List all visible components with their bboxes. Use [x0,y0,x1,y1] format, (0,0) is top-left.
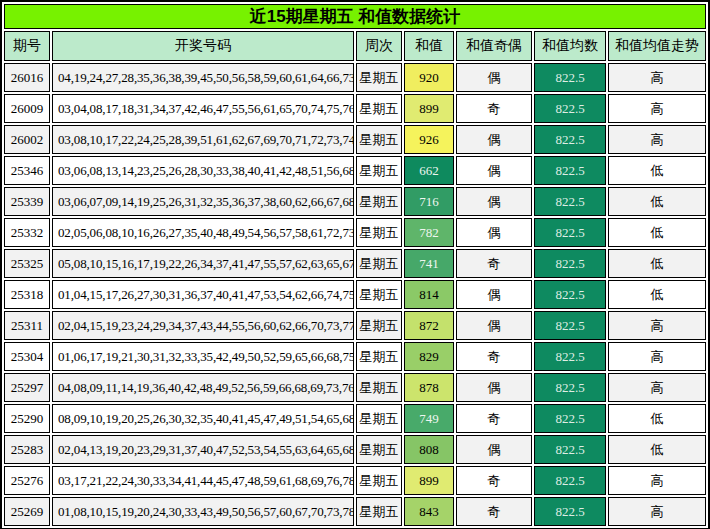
sum-cell: 843 [404,497,454,526]
trend-cell: 低 [608,187,706,216]
trend-cell: 低 [608,249,706,278]
period-cell: 25318 [4,280,50,309]
trend-cell: 低 [608,280,706,309]
mean-cell: 822.5 [534,125,606,154]
week-cell: 星期五 [356,94,402,123]
parity-cell: 偶 [456,435,532,464]
week-cell: 星期五 [356,342,402,371]
parity-cell: 偶 [456,63,532,92]
table-row: 2528302,04,13,19,20,23,29,31,37,40,47,52… [4,435,706,464]
numbers-cell: 04,08,09,11,14,19,36,40,42,48,49,52,56,5… [52,373,354,402]
period-cell: 25276 [4,466,50,495]
trend-cell: 高 [608,125,706,154]
parity-cell: 奇 [456,497,532,526]
period-cell: 26009 [4,94,50,123]
sum-cell: 749 [404,404,454,433]
week-cell: 星期五 [356,249,402,278]
week-cell: 星期五 [356,156,402,185]
trend-cell: 高 [608,373,706,402]
table-row: 2531102,04,15,19,23,24,29,34,37,43,44,55… [4,311,706,340]
table-row: 2533202,05,06,08,10,16,26,27,35,40,48,49… [4,218,706,247]
col-header-week: 周次 [356,31,402,61]
sum-cell: 829 [404,342,454,371]
table-row: 2531801,04,15,17,26,27,30,31,36,37,40,41… [4,280,706,309]
period-cell: 25332 [4,218,50,247]
week-cell: 星期五 [356,125,402,154]
numbers-cell: 02,04,15,19,23,24,29,34,37,43,44,55,56,6… [52,311,354,340]
sum-cell: 662 [404,156,454,185]
period-cell: 25304 [4,342,50,371]
parity-cell: 奇 [456,404,532,433]
parity-cell: 偶 [456,373,532,402]
parity-cell: 奇 [456,466,532,495]
trend-cell: 高 [608,63,706,92]
week-cell: 星期五 [356,280,402,309]
mean-cell: 822.5 [534,156,606,185]
sum-cell: 782 [404,218,454,247]
col-header-mean: 和值均数 [534,31,606,61]
period-cell: 25269 [4,497,50,526]
parity-cell: 偶 [456,218,532,247]
week-cell: 星期五 [356,311,402,340]
table-row: 2532505,08,10,15,16,17,19,22,26,34,37,41… [4,249,706,278]
table-row: 2529704,08,09,11,14,19,36,40,42,48,49,52… [4,373,706,402]
numbers-cell: 03,08,10,17,22,24,25,28,39,51,61,62,67,6… [52,125,354,154]
numbers-cell: 01,04,15,17,26,27,30,31,36,37,40,41,47,5… [52,280,354,309]
sum-cell: 716 [404,187,454,216]
trend-cell: 低 [608,404,706,433]
table-row: 2529008,09,10,19,20,25,26,30,32,35,40,41… [4,404,706,433]
trend-cell: 高 [608,342,706,371]
period-cell: 25290 [4,404,50,433]
week-cell: 星期五 [356,63,402,92]
mean-cell: 822.5 [534,497,606,526]
sum-cell: 872 [404,311,454,340]
stats-table: 近15期星期五 和值数据统计 期号 开奖号码 周次 和值 和值奇偶 和值均数 和… [0,0,710,529]
sum-cell: 814 [404,280,454,309]
mean-cell: 822.5 [534,249,606,278]
numbers-cell: 01,06,17,19,21,30,31,32,33,35,42,49,50,5… [52,342,354,371]
mean-cell: 822.5 [534,404,606,433]
week-cell: 星期五 [356,373,402,402]
period-cell: 25339 [4,187,50,216]
parity-cell: 奇 [456,249,532,278]
sum-cell: 926 [404,125,454,154]
table-row: 2601604,19,24,27,28,35,36,38,39,45,50,56… [4,63,706,92]
period-cell: 25325 [4,249,50,278]
sum-cell: 920 [404,63,454,92]
trend-cell: 低 [608,218,706,247]
week-cell: 星期五 [356,497,402,526]
numbers-cell: 02,05,06,08,10,16,26,27,35,40,48,49,54,5… [52,218,354,247]
table-row: 2530401,06,17,19,21,30,31,32,33,35,42,49… [4,342,706,371]
trend-cell: 高 [608,311,706,340]
col-header-period: 期号 [4,31,50,61]
period-cell: 25311 [4,311,50,340]
table-row: 2600903,04,08,17,18,31,34,37,42,46,47,55… [4,94,706,123]
period-cell: 25346 [4,156,50,185]
numbers-cell: 03,04,08,17,18,31,34,37,42,46,47,55,56,6… [52,94,354,123]
mean-cell: 822.5 [534,466,606,495]
page: 近15期星期五 和值数据统计 期号 开奖号码 周次 和值 和值奇偶 和值均数 和… [0,0,710,529]
period-cell: 26016 [4,63,50,92]
mean-cell: 822.5 [534,94,606,123]
col-header-sum: 和值 [404,31,454,61]
sum-cell: 741 [404,249,454,278]
mean-cell: 822.5 [534,63,606,92]
trend-cell: 高 [608,497,706,526]
parity-cell: 奇 [456,94,532,123]
mean-cell: 822.5 [534,342,606,371]
period-cell: 26002 [4,125,50,154]
numbers-cell: 03,06,08,13,14,23,25,26,28,30,33,38,40,4… [52,156,354,185]
table-row: 2534603,06,08,13,14,23,25,26,28,30,33,38… [4,156,706,185]
parity-cell: 偶 [456,125,532,154]
sum-cell: 878 [404,373,454,402]
col-header-trend: 和值均值走势 [608,31,706,61]
table-body: 2601604,19,24,27,28,35,36,38,39,45,50,56… [4,63,706,526]
trend-cell: 高 [608,466,706,495]
title-row: 近15期星期五 和值数据统计 [4,4,706,29]
numbers-cell: 05,08,10,15,16,17,19,22,26,34,37,41,47,5… [52,249,354,278]
mean-cell: 822.5 [534,373,606,402]
mean-cell: 822.5 [534,187,606,216]
numbers-cell: 03,17,21,22,24,30,33,34,41,44,45,47,48,5… [52,466,354,495]
numbers-cell: 01,08,10,15,19,20,24,30,33,43,49,50,56,5… [52,497,354,526]
numbers-cell: 04,19,24,27,28,35,36,38,39,45,50,56,58,5… [52,63,354,92]
